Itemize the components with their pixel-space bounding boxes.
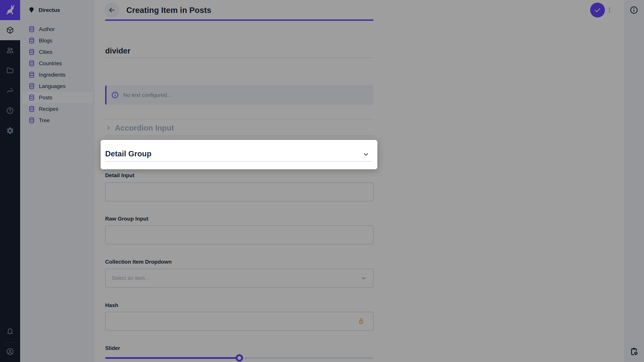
chevron-down-icon[interactable] <box>362 151 370 158</box>
detail-group-section[interactable]: Detail Group <box>100 140 377 169</box>
detail-group-divider <box>105 161 373 162</box>
spotlight-overlay <box>0 0 644 362</box>
detail-group-label: Detail Group <box>105 149 152 158</box>
directus-app: Directus Author Blogs Cities Countries <box>0 0 644 362</box>
